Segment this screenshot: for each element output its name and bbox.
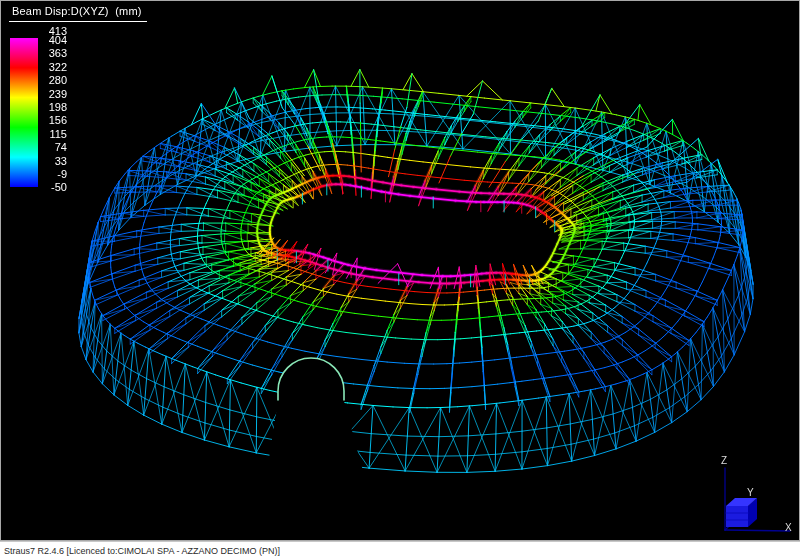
axis-x-label: X [785,523,792,533]
legend-tick-label: 280 [29,75,67,86]
legend-tick-label: 33 [29,156,67,167]
legend-tick-label: 404 [29,35,67,46]
legend-tick-label: 239 [29,89,67,100]
legend-tick-label: -9 [29,169,67,180]
legend: 413 4043633222802391981561157433-9-50 [1,1,81,221]
status-bar: Straus7 R2.4.6 [Licenced to:CIMOLAI SPA … [0,541,800,559]
axis-y-label: Y [747,488,754,498]
model-viewport[interactable]: Beam Disp:D(XYZ) (mm) 413 40436332228023… [0,0,800,541]
legend-tick-label: -50 [29,182,67,193]
legend-tick-label: 198 [29,102,67,113]
axis-z-label: Z [721,456,727,466]
legend-tick-label: 74 [29,142,67,153]
legend-tick-label: 363 [29,48,67,59]
model-canvas[interactable] [1,1,799,540]
status-text: Straus7 R2.4.6 [Licenced to:CIMOLAI SPA … [4,546,280,556]
legend-tick-label: 115 [29,129,67,140]
legend-tick-label: 322 [29,62,67,73]
legend-tick-label: 156 [29,115,67,126]
